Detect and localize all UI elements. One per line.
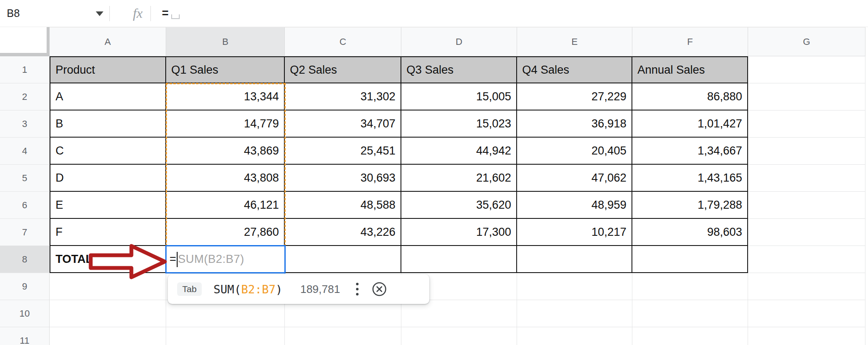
cell-E8[interactable]	[517, 246, 632, 273]
cell-G1[interactable]	[748, 56, 865, 83]
select-all-corner[interactable]	[0, 27, 50, 56]
cell-E2[interactable]: 27,229	[517, 83, 632, 110]
name-box[interactable]: B8	[0, 0, 109, 27]
formula-input-value[interactable]: =	[162, 7, 169, 20]
cell-B4[interactable]: 43,869	[166, 138, 285, 165]
cell-D4[interactable]: 44,942	[401, 138, 517, 165]
cell-C4[interactable]: 25,451	[285, 138, 401, 165]
cell-F10[interactable]	[632, 300, 748, 327]
cell-G6[interactable]	[748, 192, 865, 219]
cell-E1[interactable]: Q4 Sales	[517, 56, 632, 83]
cell-B1[interactable]: Q1 Sales	[166, 56, 285, 83]
cell-C8[interactable]	[285, 246, 401, 273]
cell-G2[interactable]	[748, 83, 865, 110]
cell-F8[interactable]	[632, 246, 748, 273]
cell-B3[interactable]: 14,779	[166, 110, 285, 138]
cell-D1[interactable]: Q3 Sales	[401, 56, 517, 83]
column-header-d[interactable]: D	[401, 27, 517, 56]
cell-A3[interactable]: B	[50, 110, 166, 138]
row-header-1[interactable]: 1	[0, 56, 50, 83]
cell-C2[interactable]: 31,302	[285, 83, 401, 110]
cell-C1[interactable]: Q2 Sales	[285, 56, 401, 83]
row-header-7[interactable]: 7	[0, 219, 50, 246]
cell-A9[interactable]	[50, 273, 166, 300]
row-header-2[interactable]: 2	[0, 83, 50, 110]
row-header-10[interactable]: 10	[0, 300, 50, 327]
cell-B5[interactable]: 43,808	[166, 165, 285, 192]
column-header-f[interactable]: F	[632, 27, 748, 56]
cell-B2[interactable]: 13,344	[166, 83, 285, 110]
cell-B6[interactable]: 46,121	[166, 192, 285, 219]
cell-C7[interactable]: 43,226	[285, 219, 401, 246]
table-row: 9	[0, 273, 868, 300]
cell-E7[interactable]: 10,217	[517, 219, 632, 246]
row-header-11[interactable]: 11	[0, 327, 50, 345]
cell-E9[interactable]	[517, 273, 632, 300]
cell-E3[interactable]: 36,918	[517, 110, 632, 138]
cell-A11[interactable]	[50, 327, 166, 345]
cell-A1[interactable]: Product	[50, 56, 166, 83]
cell-C11[interactable]	[285, 327, 401, 345]
cell-D8[interactable]	[401, 246, 517, 273]
cell-F11[interactable]	[632, 327, 748, 345]
cell-F6[interactable]: 1,79,288	[632, 192, 748, 219]
active-cell-b8[interactable]: = SUM(B2:B7)	[165, 245, 286, 273]
column-header-b[interactable]: B	[166, 27, 285, 56]
cell-E6[interactable]: 48,959	[517, 192, 632, 219]
cell-D10[interactable]	[401, 300, 517, 327]
row-header-4[interactable]: 4	[0, 138, 50, 165]
cell-C5[interactable]: 30,693	[285, 165, 401, 192]
cell-A2[interactable]: A	[50, 83, 166, 110]
chevron-down-icon[interactable]	[96, 11, 103, 16]
cell-A10[interactable]	[50, 300, 166, 327]
more-options-icon[interactable]	[356, 283, 359, 295]
cell-C6[interactable]: 48,588	[285, 192, 401, 219]
cell-G4[interactable]	[748, 138, 865, 165]
cell-E4[interactable]: 20,405	[517, 138, 632, 165]
suggested-formula[interactable]: SUM(B2:B7)	[214, 283, 283, 296]
row-header-9[interactable]: 9	[0, 273, 50, 300]
column-header-e[interactable]: E	[517, 27, 632, 56]
cell-G9[interactable]	[748, 273, 865, 300]
cell-G5[interactable]	[748, 165, 865, 192]
cell-D6[interactable]: 35,620	[401, 192, 517, 219]
cell-E11[interactable]	[517, 327, 632, 345]
cell-A5[interactable]: D	[50, 165, 166, 192]
cell-C3[interactable]: 34,707	[285, 110, 401, 138]
cell-D3[interactable]: 15,023	[401, 110, 517, 138]
cell-G7[interactable]	[748, 219, 865, 246]
cell-G10[interactable]	[748, 300, 865, 327]
cell-F5[interactable]: 1,43,165	[632, 165, 748, 192]
cell-B11[interactable]	[166, 327, 285, 345]
cell-G11[interactable]	[748, 327, 865, 345]
cell-A6[interactable]: E	[50, 192, 166, 219]
row-header-3[interactable]: 3	[0, 110, 50, 138]
cell-F4[interactable]: 1,34,667	[632, 138, 748, 165]
row-header-6[interactable]: 6	[0, 192, 50, 219]
cell-D5[interactable]: 21,602	[401, 165, 517, 192]
row-header-8[interactable]: 8	[0, 246, 50, 273]
column-header-c[interactable]: C	[285, 27, 401, 56]
dismiss-suggestion-icon[interactable]	[370, 280, 388, 298]
cell-F7[interactable]: 98,603	[632, 219, 748, 246]
cell-D2[interactable]: 15,005	[401, 83, 517, 110]
cell-A7[interactable]: F	[50, 219, 166, 246]
cell-F1[interactable]: Annual Sales	[632, 56, 748, 83]
cell-B7[interactable]: 27,860	[166, 219, 285, 246]
cell-F9[interactable]	[632, 273, 748, 300]
cell-D11[interactable]	[401, 327, 517, 345]
cell-G8[interactable]	[748, 246, 865, 273]
cell-G3[interactable]	[748, 110, 865, 138]
cell-D7[interactable]: 17,300	[401, 219, 517, 246]
row-header-5[interactable]: 5	[0, 165, 50, 192]
cell-E10[interactable]	[517, 300, 632, 327]
column-header-g[interactable]: G	[748, 27, 865, 56]
cell-F3[interactable]: 1,01,427	[632, 110, 748, 138]
cell-A8[interactable]: TOTAL	[50, 246, 166, 273]
column-header-a[interactable]: A	[50, 27, 166, 56]
cell-C10[interactable]	[285, 300, 401, 327]
cell-F2[interactable]: 86,880	[632, 83, 748, 110]
cell-E5[interactable]: 47,062	[517, 165, 632, 192]
cell-A4[interactable]: C	[50, 138, 166, 165]
cell-B10[interactable]	[166, 300, 285, 327]
